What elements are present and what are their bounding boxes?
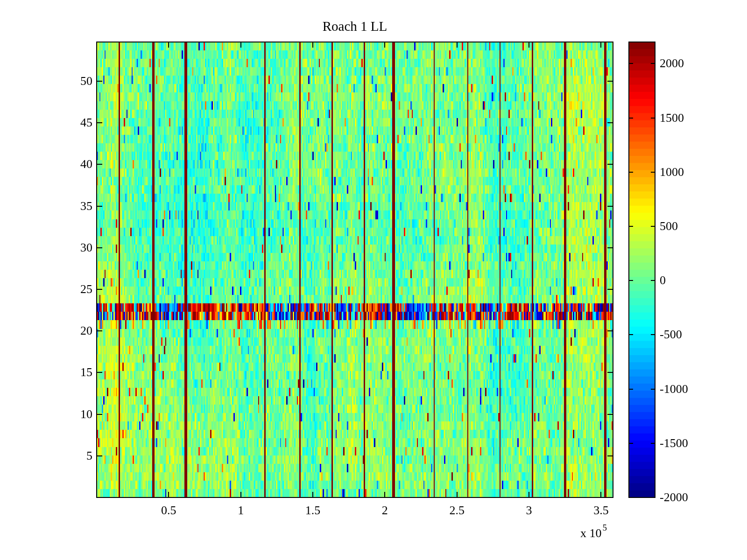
- x-tick-label-1.5: 1.5: [285, 504, 341, 517]
- axes-overlay-canvas: [0, 0, 747, 560]
- x-scale-prefix: x 10: [580, 526, 602, 540]
- colorbar-tick-label-1000: 1000: [660, 166, 684, 179]
- y-tick-label-45: 45: [55, 116, 92, 129]
- y-tick-label-30: 30: [55, 241, 92, 254]
- y-tick-label-40: 40: [55, 158, 92, 171]
- x-axis-exponent-label: x 105: [580, 525, 606, 540]
- colorbar-tick-label-500: 500: [660, 220, 678, 233]
- colorbar-tick-label-2000: 2000: [660, 57, 684, 70]
- y-tick-label-15: 15: [55, 366, 92, 379]
- x-tick-label-2.5: 2.5: [429, 504, 485, 517]
- colorbar-tick-label--1500: -1500: [660, 437, 688, 450]
- colorbar-tick-label-1500: 1500: [660, 112, 684, 125]
- x-scale-exponent: 5: [603, 523, 607, 532]
- colorbar-tick-label--500: -500: [660, 328, 682, 341]
- y-tick-label-50: 50: [55, 75, 92, 88]
- x-tick-label-2: 2: [357, 504, 413, 517]
- colorbar-tick-label-0: 0: [660, 274, 666, 287]
- x-tick-label-3: 3: [501, 504, 557, 517]
- x-tick-label-1: 1: [213, 504, 269, 517]
- y-tick-label-35: 35: [55, 200, 92, 213]
- colorbar-tick-label--1000: -1000: [660, 383, 688, 396]
- y-tick-label-10: 10: [55, 408, 92, 421]
- y-tick-label-25: 25: [55, 283, 92, 296]
- colorbar-tick-label--2000: -2000: [660, 491, 688, 504]
- y-tick-label-5: 5: [55, 449, 92, 462]
- x-tick-label-0.5: 0.5: [141, 504, 197, 517]
- x-tick-label-3.5: 3.5: [573, 504, 629, 517]
- y-tick-label-20: 20: [55, 324, 92, 337]
- matlab-figure: Roach 1 LL 5101520253035404550 0.511.522…: [0, 0, 747, 560]
- plot-title: Roach 1 LL: [323, 19, 388, 34]
